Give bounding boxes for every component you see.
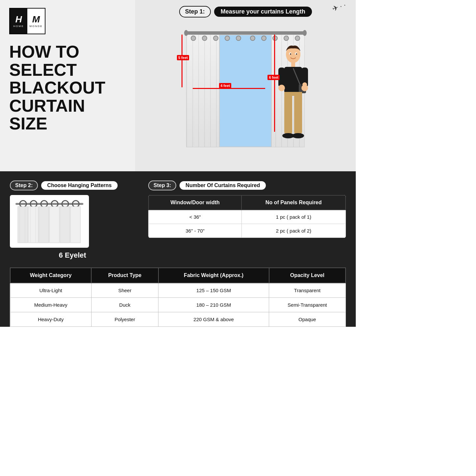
info-table-wrapper: Weight CategoryProduct TypeFabric Weight… bbox=[10, 267, 346, 327]
curtain-rod bbox=[186, 31, 305, 35]
logo-right-letter: M bbox=[32, 15, 40, 24]
step3-label: Step 3: bbox=[148, 181, 176, 190]
left-panel: H HOME M MONDE HOW TO SELECT BLACKOUT CU… bbox=[0, 0, 135, 171]
dim-line-6ft bbox=[274, 35, 275, 132]
svg-point-11 bbox=[278, 85, 285, 91]
dim-line-5ft bbox=[182, 35, 182, 87]
panel-width-cell: < 36" bbox=[149, 210, 241, 224]
svg-point-13 bbox=[302, 82, 307, 87]
step1-badge: Step 1: Measure your curtains Length bbox=[179, 6, 312, 17]
panel-width-cell: 36" - 70" bbox=[149, 224, 241, 238]
main-title: HOW TO SELECT BLACKOUT CURTAIN SIZE bbox=[9, 43, 126, 133]
eyelet bbox=[191, 36, 196, 41]
info-table-cell: Medium-Heavy bbox=[10, 298, 91, 312]
steps-row: Step 2: Choose Hanging Patterns bbox=[10, 181, 346, 260]
step2-badge-row: Step 2: Choose Hanging Patterns bbox=[10, 181, 135, 190]
svg-rect-26 bbox=[18, 207, 28, 243]
panel-table-row: < 36"1 pc ( pack of 1) bbox=[149, 210, 346, 224]
step1-description: Measure your curtains Length bbox=[214, 7, 312, 17]
svg-rect-5 bbox=[291, 62, 295, 67]
svg-rect-15 bbox=[284, 95, 292, 134]
info-table-header-row: Weight CategoryProduct TypeFabric Weight… bbox=[10, 268, 346, 283]
step2-description: Choose Hanging Patterns bbox=[41, 181, 118, 190]
eyelet-illustration-box bbox=[10, 195, 89, 248]
svg-rect-30 bbox=[60, 207, 70, 243]
svg-point-18 bbox=[292, 133, 304, 138]
info-table: Weight CategoryProduct TypeFabric Weight… bbox=[10, 267, 346, 327]
person-illustration bbox=[275, 42, 311, 147]
svg-rect-31 bbox=[70, 207, 80, 243]
step2-label: Step 2: bbox=[10, 181, 38, 190]
dim-label-5ft: 5 feet bbox=[177, 55, 189, 60]
info-table-cell: 125 – 150 GSM bbox=[158, 283, 269, 298]
panel-table-col1-header: Window/Door width bbox=[149, 195, 241, 210]
info-table-cell: Duck bbox=[91, 298, 158, 312]
info-table-cell: Transparent bbox=[269, 283, 346, 298]
logo-right-sub: MONDE bbox=[30, 25, 43, 28]
svg-point-4 bbox=[296, 53, 297, 55]
info-table-cell: Ultra-Light bbox=[10, 283, 91, 298]
info-table-cell: Sheer bbox=[91, 283, 158, 298]
right-panel: ✈ · · Step 1: Measure your curtains Leng… bbox=[135, 0, 356, 171]
logo-left: H HOME bbox=[10, 9, 27, 34]
eyelet bbox=[213, 36, 218, 41]
logo-box: H HOME M MONDE bbox=[9, 8, 45, 34]
info-table-cell: Polyester bbox=[91, 312, 158, 327]
panel-table-row: 36" - 70"2 pc ( pack of 2) bbox=[149, 224, 346, 238]
info-table-th: Weight Category bbox=[10, 268, 91, 283]
info-table-row: Ultra-LightSheer125 – 150 GSMTransparent bbox=[10, 283, 346, 298]
eyelet bbox=[236, 36, 241, 41]
eyelet-svg bbox=[13, 197, 86, 246]
step3-area: Step 3: Number Of Curtains Required Wind… bbox=[148, 181, 346, 260]
panel-count-cell: 2 pc ( pack of 2) bbox=[241, 224, 346, 238]
info-table-cell: 220 GSM & above bbox=[158, 312, 269, 327]
info-table-cell: Heavy-Duty bbox=[10, 312, 91, 327]
info-table-cell: 180 – 210 GSM bbox=[158, 298, 269, 312]
eyelet bbox=[261, 36, 266, 41]
svg-rect-28 bbox=[39, 207, 49, 243]
dim-label-6ft: 6 feet bbox=[267, 75, 280, 80]
svg-rect-29 bbox=[49, 207, 59, 243]
decorative-birds: ✈ · · bbox=[331, 1, 347, 14]
logo-right: M MONDE bbox=[27, 9, 45, 34]
step2-area: Step 2: Choose Hanging Patterns bbox=[10, 181, 135, 260]
info-table-th: Fabric Weight (Approx.) bbox=[158, 268, 269, 283]
eyelet bbox=[295, 36, 300, 41]
svg-point-3 bbox=[290, 53, 291, 55]
svg-rect-16 bbox=[294, 95, 302, 134]
dim-label-4ft: 4 feet bbox=[219, 83, 231, 88]
top-section: H HOME M MONDE HOW TO SELECT BLACKOUT CU… bbox=[0, 0, 356, 171]
step3-description: Number Of Curtains Required bbox=[180, 181, 266, 190]
curtain-illustration: 5 feet 4 feet 6 feet bbox=[176, 22, 315, 147]
panel-table: Window/Door width No of Panels Required … bbox=[148, 195, 346, 238]
logo-left-sub: HOME bbox=[14, 25, 24, 28]
eyelets-left bbox=[186, 35, 245, 42]
window-frame bbox=[219, 35, 272, 147]
info-table-th: Product Type bbox=[91, 268, 158, 283]
info-table-cell: Opaque bbox=[269, 312, 346, 327]
eyelet bbox=[202, 36, 207, 41]
bottom-section: Step 2: Choose Hanging Patterns bbox=[0, 171, 356, 327]
eyelet bbox=[250, 36, 255, 41]
step1-label: Step 1: bbox=[179, 6, 211, 17]
svg-rect-27 bbox=[28, 207, 38, 243]
eyelet-label: 6 Eyelet bbox=[10, 251, 135, 260]
eyelet bbox=[225, 36, 230, 41]
info-table-row: Heavy-DutyPolyester220 GSM & aboveOpaque bbox=[10, 312, 346, 327]
panel-table-col2-header: No of Panels Required bbox=[241, 195, 346, 210]
info-table-row: Medium-HeavyDuck180 – 210 GSMSemi-Transp… bbox=[10, 298, 346, 312]
info-table-th: Opacity Level bbox=[269, 268, 346, 283]
eyelet bbox=[284, 36, 289, 41]
logo-left-letter: H bbox=[15, 15, 22, 24]
panel-count-cell: 1 pc ( pack of 1) bbox=[241, 210, 346, 224]
info-table-cell: Semi-Transparent bbox=[269, 298, 346, 312]
step3-badge-row: Step 3: Number Of Curtains Required bbox=[148, 181, 346, 190]
